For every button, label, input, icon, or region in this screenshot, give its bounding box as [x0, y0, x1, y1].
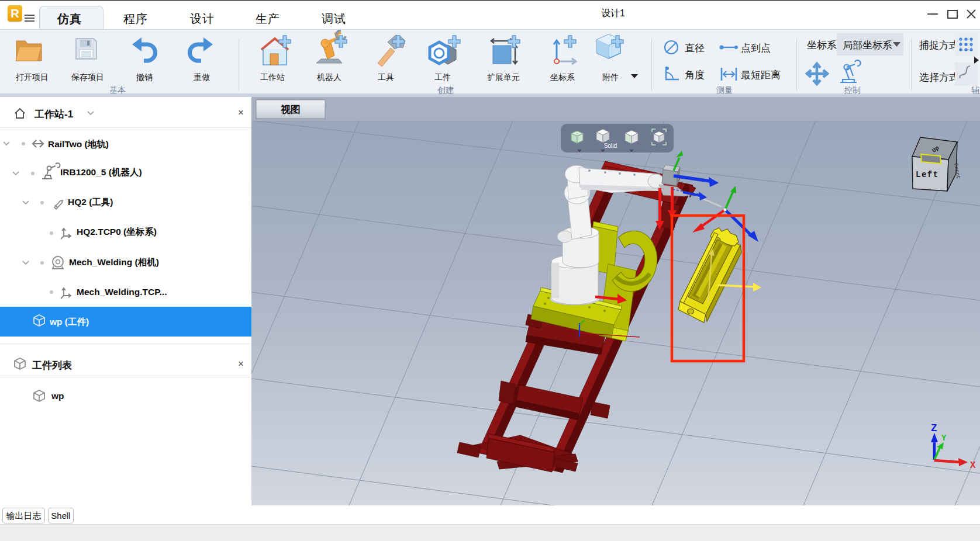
svg-text:Z: Z: [931, 422, 937, 434]
svg-text:捕捉方式: 捕捉方式: [919, 40, 959, 51]
svg-text:局部坐标系: 局部坐标系: [843, 40, 892, 51]
svg-text:Solid: Solid: [604, 143, 617, 149]
svg-text:Y: Y: [941, 434, 947, 443]
svg-text:X: X: [970, 460, 976, 471]
svg-text:选择方式: 选择方式: [919, 72, 959, 83]
svg-text:Left: Left: [916, 170, 939, 179]
svg-text:视图: 视图: [280, 104, 301, 115]
svg-text:坐标系: 坐标系: [807, 40, 837, 51]
svg-text:角度: 角度: [685, 70, 705, 81]
svg-text:最短距离: 最短距离: [741, 70, 781, 81]
svg-text:直径: 直径: [685, 43, 705, 54]
svg-text:点到点: 点到点: [741, 43, 771, 54]
